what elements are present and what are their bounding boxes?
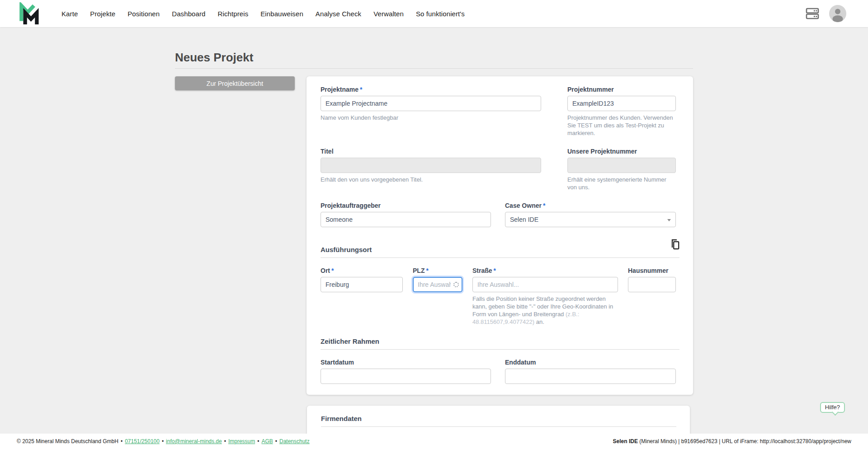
footer-datenschutz-link[interactable]: Datenschutz (279, 438, 310, 444)
firmendaten-heading: Firmendaten (321, 415, 362, 422)
ort-field: Ort* (321, 267, 403, 326)
strasse-label: Straße (472, 267, 492, 274)
top-nav-bar: Karte Projekte Positionen Dashboard Rich… (0, 0, 868, 27)
hausnummer-input[interactable] (628, 277, 676, 292)
ort-input[interactable] (321, 277, 403, 292)
footer-session-details: (Mineral Minds) | b91695ed7623 | URL of … (639, 438, 851, 444)
enddatum-field: Enddatum (505, 359, 676, 384)
help-button[interactable]: Hilfe? (820, 402, 845, 413)
required-marker: * (494, 267, 496, 274)
projektnummer-input[interactable] (567, 96, 676, 111)
nav-item-analyse-check[interactable]: Analyse Check (316, 10, 361, 18)
ausfuehrungsort-heading: Ausführungsort (321, 246, 372, 253)
titel-hint: Erhält den von uns vorgegebenen Titel. (321, 176, 541, 183)
required-marker: * (331, 267, 334, 274)
projektname-hint: Name vom Kunden festlegbar (321, 114, 541, 122)
unsere-projektnummer-input (567, 158, 676, 173)
titel-input (321, 158, 541, 173)
nav-item-einbauweisen[interactable]: Einbauweisen (260, 10, 303, 18)
ort-label: Ort (321, 267, 330, 274)
unsere-projektnummer-label: Unsere Projektnummer (567, 148, 676, 155)
case-owner-field: Case Owner* Selen IDE (505, 202, 676, 227)
startdatum-field: Startdatum (321, 359, 491, 384)
page-title: Neues Projekt (175, 51, 693, 63)
footer-email-link[interactable]: info@mineral-minds.de (166, 438, 222, 444)
nav-item-karte[interactable]: Karte (61, 10, 78, 18)
titel-label: Titel (321, 148, 541, 155)
hausnummer-field: Hausnummer (628, 267, 676, 326)
main-nav: Karte Projekte Positionen Dashboard Rich… (61, 10, 465, 18)
titel-field: Titel Erhält den von uns vorgegebenen Ti… (321, 148, 541, 191)
required-marker: * (543, 202, 545, 209)
firmendaten-card: Firmendaten (307, 406, 690, 434)
nav-item-dashboard[interactable]: Dashboard (172, 10, 205, 18)
nav-item-so-funktionierts[interactable]: So funktioniert's (416, 10, 465, 18)
required-marker: * (426, 267, 428, 274)
required-marker: * (360, 86, 362, 93)
nav-item-projekte[interactable]: Projekte (90, 10, 115, 18)
startdatum-input[interactable] (321, 369, 491, 384)
footer-phone-link[interactable]: 07151/250100 (125, 438, 160, 444)
case-owner-value: Selen IDE (510, 216, 538, 223)
startdatum-label: Startdatum (321, 359, 491, 366)
back-to-project-overview-button[interactable]: Zur Projektübersicht (175, 76, 295, 90)
project-form-card: Projektname* Name vom Kunden festlegbar … (307, 76, 693, 395)
projektnummer-hint: Projektnummer des Kunden. Verwenden Sie … (567, 114, 676, 137)
footer: © 2025 Mineral Minds Deutschland GmbH•07… (0, 434, 868, 449)
projektnummer-field: Projektnummer Projektnummer des Kunden. … (567, 86, 676, 137)
enddatum-input[interactable] (505, 369, 676, 384)
footer-session-info: Selen IDE (Mineral Minds) | b91695ed7623… (613, 438, 851, 444)
title-divider (175, 68, 693, 69)
strasse-hint: Falls die Position keiner Straße zugeord… (472, 295, 618, 326)
copy-icon[interactable] (670, 239, 679, 252)
projektname-input[interactable] (321, 96, 541, 111)
footer-company-info: © 2025 Mineral Minds Deutschland GmbH•07… (17, 438, 310, 444)
projektname-label: Projektname (321, 86, 359, 93)
plz-field: PLZ* (413, 267, 462, 326)
projektauftraggeber-input[interactable] (321, 212, 491, 227)
strasse-input[interactable] (472, 277, 618, 292)
nav-item-positionen[interactable]: Positionen (127, 10, 160, 18)
firmendaten-section-header: Firmendaten (321, 415, 676, 427)
footer-impressum-link[interactable]: Impressum (228, 438, 255, 444)
hausnummer-label: Hausnummer (628, 267, 676, 274)
strasse-field: Straße* Falls die Position keiner Straße… (472, 267, 618, 326)
footer-agb-link[interactable]: AGB (261, 438, 273, 444)
ausfuehrungsort-section-header: Ausführungsort (321, 241, 679, 258)
case-owner-label: Case Owner (505, 202, 542, 209)
chevron-down-icon (667, 219, 671, 221)
unsere-projektnummer-field: Unsere Projektnummer Erhält eine systemg… (567, 148, 676, 191)
projektauftraggeber-label: Projektauftraggeber (321, 202, 491, 209)
footer-copyright: © 2025 Mineral Minds Deutschland GmbH (17, 438, 118, 444)
plz-label: PLZ (413, 267, 425, 274)
unsere-projektnummer-hint: Erhält eine systemgenerierte Nummer von … (567, 176, 676, 191)
loading-spinner-icon (453, 282, 459, 287)
zeitlicher-rahmen-section-header: Zeitlicher Rahmen (321, 337, 679, 350)
projektauftraggeber-field: Projektauftraggeber (321, 202, 491, 227)
nav-item-verwalten[interactable]: Verwalten (373, 10, 404, 18)
zeitlicher-rahmen-heading: Zeitlicher Rahmen (321, 337, 379, 345)
user-avatar-icon[interactable] (829, 5, 846, 22)
main-content: Neues Projekt Zur Projektübersicht Proje… (0, 27, 868, 434)
case-owner-select[interactable]: Selen IDE (505, 212, 676, 227)
server-dns-icon[interactable] (806, 8, 819, 19)
footer-user-name: Selen IDE (613, 438, 638, 444)
projektname-field: Projektname* Name vom Kunden festlegbar (321, 86, 541, 137)
nav-item-richtpreis[interactable]: Richtpreis (218, 10, 249, 18)
enddatum-label: Enddatum (505, 359, 676, 366)
mineral-minds-logo-icon[interactable] (18, 2, 40, 25)
projektnummer-label: Projektnummer (567, 86, 676, 93)
